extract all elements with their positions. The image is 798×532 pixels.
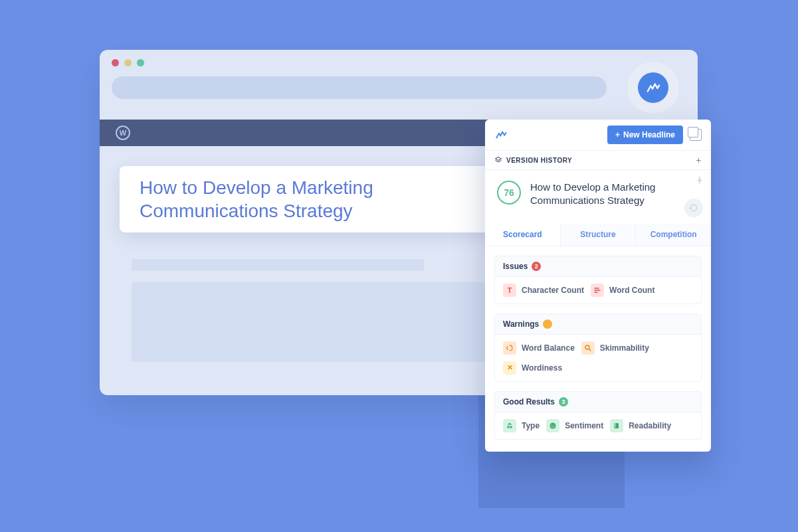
- svg-point-3: [551, 424, 552, 425]
- smile-icon: [546, 419, 559, 432]
- issue-word-count[interactable]: Word Count: [591, 284, 654, 297]
- brand-button-halo: [627, 62, 679, 114]
- balance-icon: [503, 341, 516, 355]
- good-readability[interactable]: Readability: [610, 419, 671, 432]
- issue-character-count[interactable]: T Character Count: [503, 284, 584, 297]
- svg-point-4: [553, 424, 554, 425]
- tab-structure[interactable]: Structure: [561, 224, 637, 246]
- chip-label: Sentiment: [565, 421, 603, 430]
- svg-point-2: [550, 422, 556, 428]
- good-results-section: Good Results 3 Type Sentiment Readabil: [494, 391, 702, 440]
- chip-label: Word Balance: [522, 343, 575, 353]
- panel-tabs: Scorecard Structure Competition: [485, 224, 711, 246]
- book-icon: [610, 419, 623, 432]
- category-icon: [503, 419, 516, 432]
- chip-label: Wordiness: [522, 363, 562, 373]
- issues-header: Issues 2: [495, 256, 701, 277]
- new-headline-label: New Headline: [623, 130, 675, 139]
- new-headline-button[interactable]: + New Headline: [607, 126, 683, 144]
- good-title: Good Results: [503, 397, 555, 406]
- warning-skimmability[interactable]: Skimmability: [581, 341, 649, 355]
- chip-label: Readability: [629, 421, 671, 430]
- issues-title: Issues: [503, 262, 528, 271]
- headline-title: How to Develop a Marketing Communication…: [530, 181, 699, 208]
- search-icon: [581, 341, 595, 355]
- version-history-label: VERSION HISTORY: [506, 157, 572, 164]
- tab-scorecard[interactable]: Scorecard: [485, 224, 561, 246]
- good-header: Good Results 3: [495, 392, 701, 412]
- chip-label: Type: [522, 421, 540, 430]
- headline-studio-launcher[interactable]: [638, 72, 668, 103]
- brand-logo-icon: [494, 128, 508, 141]
- cross-icon: ✕: [503, 361, 516, 375]
- window-controls: [112, 59, 144, 66]
- version-history-bar[interactable]: VERSION HISTORY +: [485, 150, 711, 170]
- warnings-header: Warnings: [495, 314, 701, 335]
- address-bar[interactable]: [112, 76, 607, 99]
- brand-logo-icon: [646, 80, 660, 95]
- headline-score: 76: [497, 181, 521, 205]
- warning-wordiness[interactable]: ✕ Wordiness: [503, 361, 562, 375]
- issues-section: Issues 2 T Character Count Word Count: [494, 256, 702, 304]
- pin-icon[interactable]: [695, 175, 704, 185]
- headline-studio-panel: + New Headline VERSION HISTORY + 76 How …: [485, 120, 711, 452]
- type-icon: T: [503, 284, 516, 297]
- good-sentiment[interactable]: Sentiment: [546, 419, 603, 432]
- current-headline-row: 76 How to Develop a Marketing Communicat…: [485, 170, 711, 215]
- warnings-title: Warnings: [503, 319, 539, 329]
- plus-icon: +: [615, 130, 620, 139]
- good-count-badge: 3: [559, 397, 568, 406]
- minimize-window-icon[interactable]: [124, 59, 132, 66]
- chip-label: Skimmability: [600, 343, 649, 353]
- content-placeholder: [132, 259, 424, 271]
- headline-input[interactable]: How to Develop a Marketing Communication…: [140, 176, 512, 222]
- panel-header: + New Headline: [485, 120, 711, 150]
- tab-competition[interactable]: Competition: [636, 224, 711, 246]
- add-version-icon[interactable]: +: [696, 155, 702, 165]
- warning-word-balance[interactable]: Word Balance: [503, 341, 575, 355]
- issues-count-badge: 2: [532, 262, 541, 271]
- chip-label: Character Count: [522, 286, 584, 295]
- wordpress-logo-icon[interactable]: W: [116, 126, 130, 140]
- close-window-icon[interactable]: [112, 59, 119, 66]
- list-icon: [591, 284, 604, 297]
- maximize-window-icon[interactable]: [137, 59, 144, 66]
- copy-icon[interactable]: [690, 129, 702, 141]
- good-type[interactable]: Type: [503, 419, 540, 432]
- warnings-section: Warnings Word Balance Skimmability ✕ Wor…: [494, 313, 702, 382]
- stack-icon: [494, 156, 502, 164]
- reanalyze-button[interactable]: [684, 199, 703, 217]
- refresh-icon: [689, 203, 698, 213]
- chip-label: Word Count: [609, 286, 654, 295]
- warnings-badge: [543, 319, 552, 329]
- svg-point-0: [507, 345, 512, 351]
